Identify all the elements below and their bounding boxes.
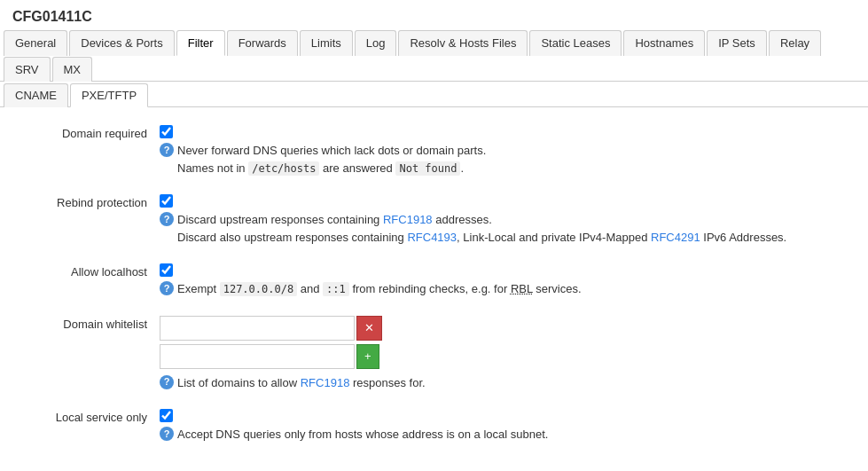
domain-required-help: ? Never forward DNS queries which lack d… bbox=[160, 142, 850, 177]
help-icon-domain-required: ? bbox=[160, 143, 174, 157]
allow-localhost-row: Allow localhost ? Exempt 127.0.0.0/8 and… bbox=[18, 263, 850, 298]
tabs-bar: General Devices & Ports Filter Forwards … bbox=[0, 30, 868, 82]
domain-whitelist-remove-0[interactable]: ✕ bbox=[356, 316, 382, 341]
page-title: CFG01411C bbox=[0, 0, 868, 30]
tab-srv[interactable]: SRV bbox=[4, 57, 51, 82]
rebind-protection-row: Rebind protection ? Discard upstream res… bbox=[18, 194, 850, 246]
localhost-code2: ::1 bbox=[323, 282, 349, 296]
help-icon-rebind: ? bbox=[160, 212, 174, 226]
rbl-abbr: RBL bbox=[511, 282, 533, 295]
local-service-only-help: ? Accept DNS queries only from hosts who… bbox=[160, 426, 850, 444]
rfc4291-link[interactable]: RFC4291 bbox=[651, 231, 700, 244]
rebind-protection-help-content: Discard upstream responses containing RF… bbox=[177, 211, 786, 246]
rebind-protection-checkbox[interactable] bbox=[160, 194, 173, 208]
rfc4193-link[interactable]: RFC4193 bbox=[407, 231, 457, 244]
allow-localhost-help: ? Exempt 127.0.0.0/8 and ::1 from rebind… bbox=[160, 280, 850, 298]
allow-localhost-control: ? Exempt 127.0.0.0/8 and ::1 from rebind… bbox=[160, 263, 850, 298]
subtabs-bar: CNAME PXE/TFTP bbox=[0, 83, 868, 107]
local-service-only-help-content: Accept DNS queries only from hosts whose… bbox=[177, 426, 548, 444]
not-found-code: Not found bbox=[395, 161, 460, 176]
tab-static-leases[interactable]: Static Leases bbox=[529, 30, 622, 56]
domain-required-label: Domain required bbox=[18, 125, 160, 140]
domain-whitelist-label: Domain whitelist bbox=[18, 316, 160, 331]
rebind-protection-label: Rebind protection bbox=[18, 194, 160, 209]
rfc1918-link[interactable]: RFC1918 bbox=[383, 213, 433, 226]
tab-hostnames[interactable]: Hostnames bbox=[623, 30, 705, 56]
local-service-only-row: Local service only ? Accept DNS queries … bbox=[18, 409, 850, 444]
help-icon-localhost: ? bbox=[160, 281, 174, 295]
local-service-only-checkbox[interactable] bbox=[160, 409, 173, 422]
tab-devices-ports[interactable]: Devices & Ports bbox=[69, 30, 174, 56]
domain-whitelist-entry-0: homelab.ricsanfre.com ✕ bbox=[160, 316, 850, 341]
domain-whitelist-add-1[interactable]: + bbox=[356, 344, 379, 369]
rebind-protection-control: ? Discard upstream responses containing … bbox=[160, 194, 850, 246]
domain-required-row: Domain required ? Never forward DNS quer… bbox=[18, 125, 850, 177]
tab-log[interactable]: Log bbox=[355, 30, 397, 56]
tab-mx[interactable]: MX bbox=[52, 57, 93, 82]
localhost-code1: 127.0.0.0/8 bbox=[220, 282, 297, 296]
etc-hosts-code: /etc/hosts bbox=[248, 161, 319, 176]
allow-localhost-checkbox-row bbox=[160, 263, 850, 277]
domain-required-checkbox[interactable] bbox=[160, 125, 173, 138]
domain-whitelist-control: homelab.ricsanfre.com ✕ ihost.netflix.co… bbox=[160, 316, 850, 392]
local-service-only-label: Local service only bbox=[18, 409, 160, 424]
local-service-only-checkbox-row bbox=[160, 409, 850, 422]
tab-limits[interactable]: Limits bbox=[300, 30, 353, 56]
domain-whitelist-entry-1: ihost.netflix.com + bbox=[160, 344, 850, 369]
allow-localhost-checkbox[interactable] bbox=[160, 263, 173, 277]
tab-resolv-hosts[interactable]: Resolv & Hosts Files bbox=[398, 30, 528, 56]
tab-general[interactable]: General bbox=[4, 30, 67, 56]
domain-whitelist-help-content: List of domains to allow RFC1918 respons… bbox=[177, 374, 426, 392]
help-icon-local-service: ? bbox=[160, 427, 174, 441]
allow-localhost-help-content: Exempt 127.0.0.0/8 and ::1 from rebindin… bbox=[177, 280, 582, 298]
domain-whitelist-help: ? List of domains to allow RFC1918 respo… bbox=[160, 374, 850, 392]
allow-localhost-label: Allow localhost bbox=[18, 263, 160, 279]
help-icon-whitelist: ? bbox=[160, 375, 174, 389]
tab-forwards[interactable]: Forwards bbox=[227, 30, 298, 56]
domain-whitelist-input-0[interactable]: homelab.ricsanfre.com bbox=[160, 316, 355, 341]
subtab-cname[interactable]: CNAME bbox=[4, 83, 68, 107]
domain-whitelist-input-1[interactable]: ihost.netflix.com bbox=[160, 344, 355, 369]
domain-required-help-content: Never forward DNS queries which lack dot… bbox=[177, 142, 486, 177]
rebind-protection-help: ? Discard upstream responses containing … bbox=[160, 211, 850, 246]
tab-ip-sets[interactable]: IP Sets bbox=[707, 30, 767, 56]
subtab-pxe-tftp[interactable]: PXE/TFTP bbox=[70, 83, 148, 107]
domain-required-checkbox-row bbox=[160, 125, 850, 138]
tab-relay[interactable]: Relay bbox=[769, 30, 821, 56]
domain-required-control: ? Never forward DNS queries which lack d… bbox=[160, 125, 850, 177]
tab-filter[interactable]: Filter bbox=[176, 30, 225, 56]
content: Domain required ? Never forward DNS quer… bbox=[0, 107, 868, 471]
domain-whitelist-row: Domain whitelist homelab.ricsanfre.com ✕… bbox=[18, 316, 850, 392]
local-service-only-control: ? Accept DNS queries only from hosts who… bbox=[160, 409, 850, 444]
rebind-protection-checkbox-row bbox=[160, 194, 850, 208]
rfc1918-whitelist-link[interactable]: RFC1918 bbox=[301, 376, 350, 389]
